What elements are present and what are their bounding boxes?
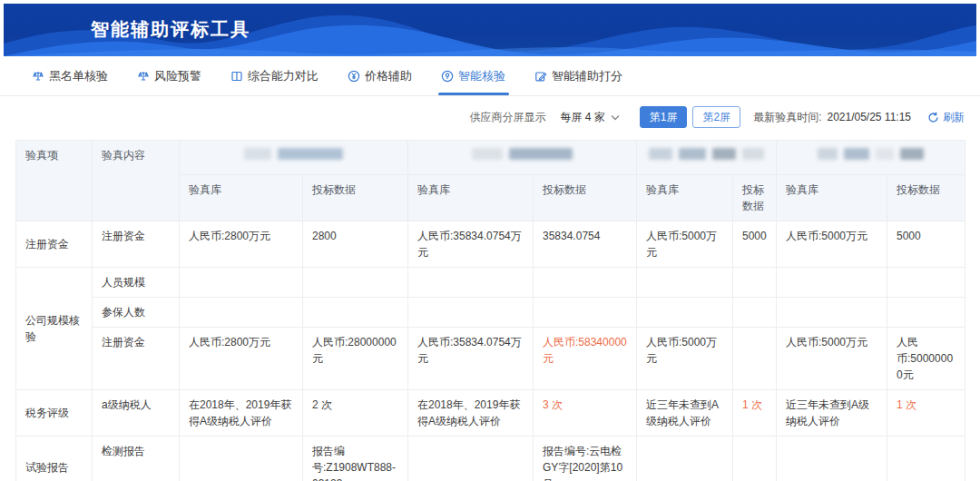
table-body: 注册资金注册资金人民币:2800万元2800人民币:35834.0754万元35… bbox=[16, 221, 965, 481]
tab-smart-score[interactable]: 智能辅助打分 bbox=[534, 56, 622, 95]
chevron-down-icon bbox=[611, 114, 620, 121]
table-cell: 1 次 bbox=[887, 390, 965, 437]
col-header-verify-item: 验真项 bbox=[16, 141, 93, 221]
table-cell: 近三年未查到A级纳税人评价 bbox=[777, 390, 887, 437]
table-cell: 近三年未查到A级纳税人评价 bbox=[637, 390, 733, 437]
table-cell bbox=[637, 437, 733, 481]
supplier-4-bid-data-header: 投标数据 bbox=[887, 175, 965, 221]
table-cell: 人民币:2800万元 bbox=[180, 221, 303, 268]
split-display-label: 供应商分屏显示 bbox=[469, 110, 545, 125]
verify-content-cell: 人员规模 bbox=[93, 268, 180, 298]
table-cell: 人民币:58340000元 bbox=[534, 328, 637, 390]
table-cell bbox=[777, 437, 887, 481]
supplier-1-verify-db-header: 验真库 bbox=[180, 175, 303, 221]
page-title: 智能辅助评标工具 bbox=[91, 17, 250, 42]
col-header-verify-content: 验真内容 bbox=[93, 141, 180, 221]
screen-2-button[interactable]: 第2屏 bbox=[692, 106, 740, 128]
table-cell: 1 次 bbox=[733, 390, 777, 437]
tab-label: 价格辅助 bbox=[365, 68, 412, 84]
verify-time-label: 最新验真时间: bbox=[753, 110, 821, 125]
toolbar: 供应商分屏显示 每屏 4 家 第1屏 第2屏 最新验真时间: 2021/05/2… bbox=[0, 96, 980, 138]
table-cell bbox=[733, 268, 777, 298]
table-cell: 5000 bbox=[887, 221, 965, 268]
verification-table-wrap: 验真项验真内容验真库投标数据验真库投标数据验真库投标数据验真库投标数据 注册资金… bbox=[15, 140, 965, 481]
verify-item-cell: 公司规模核验 bbox=[16, 268, 93, 390]
table-cell bbox=[180, 268, 303, 298]
table-cell bbox=[180, 298, 303, 328]
refresh-label: 刷新 bbox=[943, 110, 965, 125]
table-cell: 人民币:5000万元 bbox=[777, 328, 887, 390]
tab-price-assist[interactable]: 价格辅助 bbox=[348, 56, 412, 95]
scale-icon bbox=[137, 70, 150, 83]
table-cell bbox=[408, 298, 534, 328]
app-header-banner: 智能辅助评标工具 bbox=[4, 4, 976, 56]
verify-content-cell: 参保人数 bbox=[93, 298, 180, 328]
book-icon bbox=[230, 70, 243, 83]
screen-1-button[interactable]: 第1屏 bbox=[640, 106, 688, 128]
table-cell bbox=[733, 298, 777, 328]
scale-icon bbox=[32, 70, 44, 83]
table-row: 公司规模核验人员规模 bbox=[16, 268, 965, 298]
table-cell: 在2018年、2019年获得A级纳税人评价 bbox=[180, 390, 303, 437]
table-cell bbox=[303, 298, 408, 328]
tab-blacklist-check[interactable]: 黑名单核验 bbox=[32, 56, 108, 95]
supplier-4-verify-db-header: 验真库 bbox=[777, 175, 887, 221]
table-cell: 3 次 bbox=[534, 390, 637, 437]
tab-label: 黑名单核验 bbox=[49, 68, 108, 84]
refresh-button[interactable]: 刷新 bbox=[927, 110, 965, 125]
tab-ability-compare[interactable]: 综合能力对比 bbox=[230, 56, 318, 95]
verify-content-cell: 检测报告 bbox=[93, 437, 180, 481]
table-cell: 5000 bbox=[733, 221, 777, 268]
supplier-2-verify-db-header: 验真库 bbox=[408, 175, 534, 221]
verify-content-cell: 注册资金 bbox=[93, 221, 180, 268]
verify-time-value: 2021/05/25 11:15 bbox=[827, 111, 911, 123]
tab-label: 综合能力对比 bbox=[248, 68, 318, 84]
table-cell: 人民币:5000万元 bbox=[637, 328, 733, 390]
table-cell bbox=[408, 268, 534, 298]
table-cell: 人民币:35834.0754万元 bbox=[408, 221, 534, 268]
table-cell bbox=[180, 437, 303, 481]
table-cell bbox=[733, 437, 777, 481]
table-head: 验真项验真内容验真库投标数据验真库投标数据验真库投标数据验真库投标数据 bbox=[16, 141, 965, 221]
supplier-3-verify-db-header: 验真库 bbox=[637, 175, 733, 221]
table-cell bbox=[303, 268, 408, 298]
table-row: 税务评级a级纳税人在2018年、2019年获得A级纳税人评价2 次在2018年、… bbox=[16, 390, 965, 437]
table-cell: 人民币:50000000元 bbox=[887, 328, 965, 390]
supplier-4-name-redacted bbox=[777, 141, 965, 175]
verify-item-cell: 税务评级 bbox=[16, 390, 93, 437]
table-cell bbox=[637, 298, 733, 328]
tab-label: 智能核验 bbox=[458, 68, 505, 84]
tab-risk-alert[interactable]: 风险预警 bbox=[137, 56, 201, 95]
table-cell: 报告编号:Z1908WT888-03123 bbox=[303, 437, 408, 481]
pencil-icon bbox=[534, 70, 547, 83]
table-cell: 2800 bbox=[303, 221, 408, 268]
supplier-1-name-redacted bbox=[180, 141, 408, 175]
table-cell bbox=[408, 437, 534, 481]
table-cell bbox=[534, 298, 637, 328]
verify-item-cell: 试验报告 bbox=[16, 437, 93, 481]
table-cell: 人民币:5000万元 bbox=[637, 221, 733, 268]
per-screen-select[interactable]: 每屏 4 家 bbox=[554, 106, 624, 129]
table-row: 注册资金注册资金人民币:2800万元2800人民币:35834.0754万元35… bbox=[16, 221, 965, 268]
table-cell bbox=[777, 298, 887, 328]
table-cell: 人民币:35834.0754万元 bbox=[408, 328, 534, 390]
table-cell bbox=[777, 268, 887, 298]
supplier-3-bid-data-header: 投标数据 bbox=[733, 175, 777, 221]
supplier-2-bid-data-header: 投标数据 bbox=[534, 175, 637, 221]
tab-smart-verify[interactable]: 智能核验 bbox=[441, 56, 505, 95]
table-cell bbox=[534, 268, 637, 298]
yuan-icon bbox=[348, 70, 360, 83]
table-cell bbox=[887, 437, 965, 481]
table-cell: 人民币:28000000元 bbox=[303, 328, 408, 390]
table-cell: 报告编号:云电检GY字[2020]第10号 bbox=[534, 437, 637, 481]
table-cell: 35834.0754 bbox=[534, 221, 637, 268]
verify-content-cell: 注册资金 bbox=[93, 328, 180, 390]
per-screen-value: 每屏 4 家 bbox=[560, 110, 604, 125]
tab-bar: 黑名单核验风险预警综合能力对比价格辅助智能核验智能辅助打分 bbox=[0, 56, 980, 96]
table-cell bbox=[887, 268, 965, 298]
supplier-2-name-redacted bbox=[408, 141, 637, 175]
refresh-icon bbox=[927, 112, 939, 123]
tab-label: 智能辅助打分 bbox=[552, 68, 622, 84]
tab-label: 风险预警 bbox=[154, 68, 201, 84]
supplier-1-bid-data-header: 投标数据 bbox=[303, 175, 408, 221]
